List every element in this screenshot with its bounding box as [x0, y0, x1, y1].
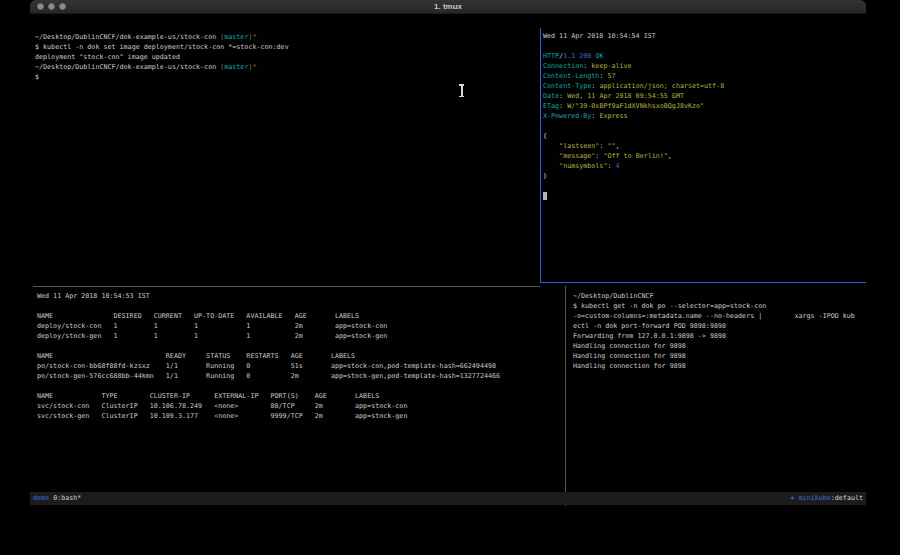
tmux-session: ~/Desktop/DublinCNCF/dok-example-us/stoc… [30, 14, 866, 492]
pane-kubectl-resources[interactable]: Wed 11 Apr 2018 10:54:53 IST NAME DESIRE… [37, 291, 537, 501]
window-titlebar[interactable]: 1. tmux [30, 0, 866, 14]
terminal-line [37, 301, 537, 311]
status-right: ⎈ minikube:default [791, 492, 864, 505]
terminal-line: ectl -n dok port-forward POD 9898:9898 [573, 321, 863, 331]
terminal-line: -o=custom-columns=:metadata.name --no-he… [573, 311, 863, 321]
pane-shell-set-image[interactable]: ~/Desktop/DublinCNCF/dok-example-us/stoc… [35, 32, 535, 272]
terminal-line: } [543, 171, 863, 181]
terminal-line [543, 41, 863, 51]
close-window-button[interactable] [37, 3, 44, 10]
terminal-line: ETag: W/"39-0xBPf9aF1dXVNkhsxoBQgJ8vKzo" [543, 101, 863, 111]
terminal-line [37, 341, 537, 351]
terminal-line: Handling connection for 9898 [573, 361, 863, 371]
kube-context: minikube [799, 494, 831, 502]
terminal-line: NAME TYPE CLUSTER-IP EXTERNAL-IP PORT(S)… [37, 391, 537, 401]
terminal-line [543, 121, 863, 131]
terminal-line: Date: Wed, 11 Apr 2018 09:54:55 GMT [543, 91, 863, 101]
terminal-line: po/stock-gen-576cc688bb-44kmn 1/1 Runnin… [37, 371, 537, 381]
terminal-line: Wed 11 Apr 2018 10:54:54 IST [543, 31, 863, 41]
traffic-lights [37, 3, 66, 10]
window-tab-bash[interactable]: 0:bash* [53, 494, 81, 502]
desktop-background: 1. tmux ~/Desktop/DublinCNCF/dok-example… [0, 0, 900, 555]
terminal-line: $ kubectl -n dok set image deployment/st… [35, 42, 535, 52]
terminal-window: 1. tmux ~/Desktop/DublinCNCF/dok-example… [30, 0, 866, 507]
pane-border-horizontal-right[interactable] [540, 282, 866, 283]
terminal-line: deploy/stock-gen 1 1 1 1 2m app=stock-ge… [37, 331, 537, 341]
terminal-line: Handling connection for 9898 [573, 341, 863, 351]
terminal-line: Content-Length: 57 [543, 71, 863, 81]
terminal-line [37, 381, 537, 391]
terminal-line: $ kubectl get -n dok po --selector=app=s… [573, 301, 863, 311]
status-left: demo 0:bash* [33, 492, 81, 505]
pane-border-vertical-bottom[interactable] [565, 286, 566, 506]
pane-http-response[interactable]: Wed 11 Apr 2018 10:54:54 IST HTTP/1.1 20… [543, 31, 863, 276]
terminal-line: { [543, 131, 863, 141]
pane-port-forward[interactable]: ~/Desktop/DublinCNCF$ kubectl get -n dok… [573, 291, 863, 501]
terminal-line: ~/Desktop/DublinCNCF [573, 291, 863, 301]
terminal-line: "message": "Off to Berlin!", [543, 151, 863, 161]
terminal-line: X-Powered-By: Express [543, 111, 863, 121]
mouse-text-cursor-icon [458, 84, 465, 97]
terminal-line: Forwarding from 127.0.0.1:9898 -> 9898 [573, 331, 863, 341]
terminal-line: NAME READY STATUS RESTARTS AGE LABELS [37, 351, 537, 361]
terminal-line: deployment "stock-con" image updated [35, 52, 535, 62]
window-title: 1. tmux [30, 0, 866, 14]
terminal-line: NAME DESIRED CURRENT UP-TO-DATE AVAILABL… [37, 311, 537, 321]
pane-border-vertical-top[interactable] [540, 28, 541, 282]
terminal-line: svc/stock-con ClusterIP 10.106.78.249 <n… [37, 401, 537, 411]
tmux-status-bar: demo 0:bash* ⎈ minikube:default [30, 492, 866, 505]
terminal-line: "numsymbols": 4 [543, 161, 863, 171]
terminal-line: ~/Desktop/DublinCNCF/dok-example-us/stoc… [35, 32, 535, 42]
terminal-line: "lastseen": "", [543, 141, 863, 151]
terminal-line [543, 181, 863, 191]
kube-namespace: :default [831, 494, 863, 502]
terminal-line [543, 191, 863, 201]
helm-wheel-icon: ⎈ [791, 494, 799, 502]
terminal-line: Wed 11 Apr 2018 10:54:53 IST [37, 291, 537, 301]
terminal-line: Handling connection for 9898 [573, 351, 863, 361]
terminal-line: deploy/stock-con 1 1 1 1 2m app=stock-co… [37, 321, 537, 331]
pane-border-horizontal-left[interactable] [33, 286, 540, 287]
terminal-line: ~/Desktop/DublinCNCF/dok-example-us/stoc… [35, 62, 535, 72]
terminal-line: Content-Type: application/json; charset=… [543, 81, 863, 91]
terminal-line: $ [35, 72, 535, 82]
zoom-window-button[interactable] [59, 3, 66, 10]
session-name: demo [33, 494, 53, 502]
terminal-line: HTTP/1.1 200 OK [543, 51, 863, 61]
minimize-window-button[interactable] [48, 3, 55, 10]
terminal-line: Connection: keep-alive [543, 61, 863, 71]
terminal-line: svc/stock-gen ClusterIP 10.109.3.177 <no… [37, 411, 537, 421]
terminal-line: po/stock-con-bb68f88fd-kzsxz 1/1 Running… [37, 361, 537, 371]
